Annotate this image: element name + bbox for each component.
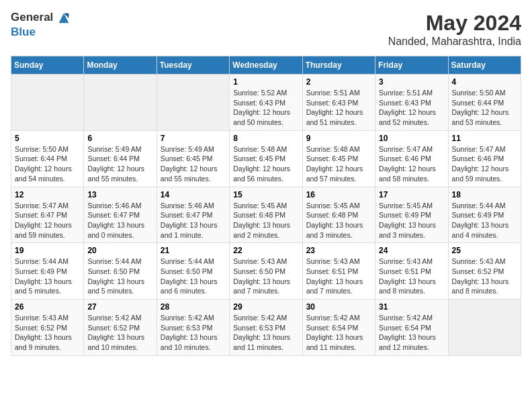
cell-content: Sunrise: 5:42 AM Sunset: 6:52 PM Dayligh… [87, 313, 152, 353]
calendar-cell: 30Sunrise: 5:42 AM Sunset: 6:54 PM Dayli… [302, 300, 375, 356]
day-number: 18 [452, 190, 517, 199]
cell-content: Sunrise: 5:45 AM Sunset: 6:49 PM Dayligh… [379, 201, 444, 240]
day-number: 1 [233, 77, 298, 87]
day-number: 6 [87, 134, 152, 143]
cell-content: Sunrise: 5:44 AM Sunset: 6:49 PM Dayligh… [452, 201, 517, 240]
week-row-3: 12Sunrise: 5:47 AM Sunset: 6:47 PM Dayli… [11, 187, 521, 243]
col-header-wednesday: Wednesday [230, 56, 302, 75]
calendar-cell: 18Sunrise: 5:44 AM Sunset: 6:49 PM Dayli… [448, 187, 521, 243]
cell-content: Sunrise: 5:49 AM Sunset: 6:44 PM Dayligh… [87, 144, 152, 184]
cell-content: Sunrise: 5:42 AM Sunset: 6:54 PM Dayligh… [306, 313, 371, 353]
col-header-monday: Monday [84, 56, 157, 75]
day-number: 14 [161, 190, 226, 199]
calendar-cell: 22Sunrise: 5:43 AM Sunset: 6:50 PM Dayli… [230, 243, 302, 300]
header-row: SundayMondayTuesdayWednesdayThursdayFrid… [11, 56, 521, 75]
cell-content: Sunrise: 5:51 AM Sunset: 6:43 PM Dayligh… [379, 88, 444, 128]
calendar-cell: 16Sunrise: 5:45 AM Sunset: 6:48 PM Dayli… [302, 187, 375, 243]
calendar-cell: 26Sunrise: 5:43 AM Sunset: 6:52 PM Dayli… [11, 300, 84, 356]
day-number: 22 [233, 246, 298, 255]
col-header-friday: Friday [375, 56, 448, 75]
cell-content: Sunrise: 5:43 AM Sunset: 6:51 PM Dayligh… [306, 257, 371, 296]
calendar-table: SundayMondayTuesdayWednesdayThursdayFrid… [11, 56, 521, 356]
cell-content: Sunrise: 5:44 AM Sunset: 6:50 PM Dayligh… [87, 257, 152, 296]
day-number: 29 [233, 302, 298, 312]
calendar-cell: 17Sunrise: 5:45 AM Sunset: 6:49 PM Dayli… [375, 187, 448, 243]
cell-content: Sunrise: 5:47 AM Sunset: 6:46 PM Dayligh… [379, 144, 444, 184]
cell-content: Sunrise: 5:47 AM Sunset: 6:46 PM Dayligh… [452, 144, 517, 184]
calendar-cell: 1Sunrise: 5:52 AM Sunset: 6:43 PM Daylig… [230, 75, 302, 131]
day-number: 20 [87, 246, 152, 255]
cell-content: Sunrise: 5:46 AM Sunset: 6:47 PM Dayligh… [161, 201, 226, 240]
day-number: 17 [379, 190, 444, 199]
calendar-cell: 4Sunrise: 5:50 AM Sunset: 6:44 PM Daylig… [448, 75, 521, 131]
week-row-4: 19Sunrise: 5:44 AM Sunset: 6:49 PM Dayli… [11, 243, 521, 300]
cell-content: Sunrise: 5:51 AM Sunset: 6:43 PM Dayligh… [306, 88, 371, 128]
cell-content: Sunrise: 5:52 AM Sunset: 6:43 PM Dayligh… [233, 88, 298, 128]
cell-content: Sunrise: 5:43 AM Sunset: 6:50 PM Dayligh… [233, 257, 298, 296]
cell-content: Sunrise: 5:42 AM Sunset: 6:54 PM Dayligh… [379, 313, 444, 353]
calendar-cell: 12Sunrise: 5:47 AM Sunset: 6:47 PM Dayli… [11, 187, 84, 243]
logo-icon [56, 11, 71, 26]
day-number: 7 [161, 134, 226, 143]
calendar-cell: 13Sunrise: 5:46 AM Sunset: 6:47 PM Dayli… [84, 187, 157, 243]
day-number: 2 [306, 77, 371, 87]
calendar-cell: 31Sunrise: 5:42 AM Sunset: 6:54 PM Dayli… [375, 300, 448, 356]
calendar-cell: 27Sunrise: 5:42 AM Sunset: 6:52 PM Dayli… [84, 300, 157, 356]
day-number: 10 [379, 134, 444, 143]
col-header-sunday: Sunday [11, 56, 84, 75]
day-number: 4 [452, 77, 517, 87]
day-number: 3 [379, 77, 444, 87]
calendar-cell: 29Sunrise: 5:42 AM Sunset: 6:53 PM Dayli… [230, 300, 302, 356]
cell-content: Sunrise: 5:46 AM Sunset: 6:47 PM Dayligh… [87, 201, 152, 240]
logo-text: General Blue [11, 11, 71, 39]
day-number: 31 [379, 302, 444, 312]
cell-content: Sunrise: 5:43 AM Sunset: 6:52 PM Dayligh… [452, 257, 517, 296]
day-number: 11 [452, 134, 517, 143]
cell-content: Sunrise: 5:50 AM Sunset: 6:44 PM Dayligh… [452, 88, 517, 128]
day-number: 25 [452, 246, 517, 255]
calendar-cell: 28Sunrise: 5:42 AM Sunset: 6:53 PM Dayli… [157, 300, 229, 356]
day-number: 30 [306, 302, 371, 312]
day-number: 26 [15, 302, 80, 312]
cell-content: Sunrise: 5:45 AM Sunset: 6:48 PM Dayligh… [306, 201, 371, 240]
day-number: 24 [379, 246, 444, 255]
cell-content: Sunrise: 5:42 AM Sunset: 6:53 PM Dayligh… [161, 313, 226, 353]
cell-content: Sunrise: 5:47 AM Sunset: 6:47 PM Dayligh… [15, 201, 80, 240]
calendar-cell: 20Sunrise: 5:44 AM Sunset: 6:50 PM Dayli… [84, 243, 157, 300]
calendar-cell: 23Sunrise: 5:43 AM Sunset: 6:51 PM Dayli… [302, 243, 375, 300]
day-number: 21 [161, 246, 226, 255]
cell-content: Sunrise: 5:48 AM Sunset: 6:45 PM Dayligh… [306, 144, 371, 184]
calendar-cell: 14Sunrise: 5:46 AM Sunset: 6:47 PM Dayli… [157, 187, 229, 243]
cell-content: Sunrise: 5:49 AM Sunset: 6:45 PM Dayligh… [161, 144, 226, 184]
week-row-1: 1Sunrise: 5:52 AM Sunset: 6:43 PM Daylig… [11, 75, 521, 131]
day-number: 23 [306, 246, 371, 255]
logo-blue: Blue [11, 26, 36, 38]
day-number: 5 [15, 134, 80, 143]
month-title: May 2024 [388, 11, 521, 36]
day-number: 28 [161, 302, 226, 312]
day-number: 27 [87, 302, 152, 312]
calendar-cell [448, 300, 521, 356]
calendar-cell [157, 75, 229, 131]
day-number: 19 [15, 246, 80, 255]
week-row-5: 26Sunrise: 5:43 AM Sunset: 6:52 PM Dayli… [11, 300, 521, 356]
cell-content: Sunrise: 5:43 AM Sunset: 6:51 PM Dayligh… [379, 257, 444, 296]
day-number: 16 [306, 190, 371, 199]
calendar-cell: 10Sunrise: 5:47 AM Sunset: 6:46 PM Dayli… [375, 130, 448, 187]
day-number: 13 [87, 190, 152, 199]
cell-content: Sunrise: 5:43 AM Sunset: 6:52 PM Dayligh… [15, 313, 80, 353]
day-number: 8 [233, 134, 298, 143]
cell-content: Sunrise: 5:50 AM Sunset: 6:44 PM Dayligh… [15, 144, 80, 184]
page-header: General Blue May 2024 Nanded, Maharashtr… [11, 11, 521, 48]
calendar-cell: 2Sunrise: 5:51 AM Sunset: 6:43 PM Daylig… [302, 75, 375, 131]
cell-content: Sunrise: 5:44 AM Sunset: 6:50 PM Dayligh… [161, 257, 226, 296]
col-header-thursday: Thursday [302, 56, 375, 75]
calendar-cell: 5Sunrise: 5:50 AM Sunset: 6:44 PM Daylig… [11, 130, 84, 187]
cell-content: Sunrise: 5:42 AM Sunset: 6:53 PM Dayligh… [233, 313, 298, 353]
logo-general: General [11, 11, 53, 24]
cell-content: Sunrise: 5:44 AM Sunset: 6:49 PM Dayligh… [15, 257, 80, 296]
day-number: 9 [306, 134, 371, 143]
logo: General Blue [11, 11, 71, 39]
calendar-cell: 11Sunrise: 5:47 AM Sunset: 6:46 PM Dayli… [448, 130, 521, 187]
calendar-cell: 9Sunrise: 5:48 AM Sunset: 6:45 PM Daylig… [302, 130, 375, 187]
